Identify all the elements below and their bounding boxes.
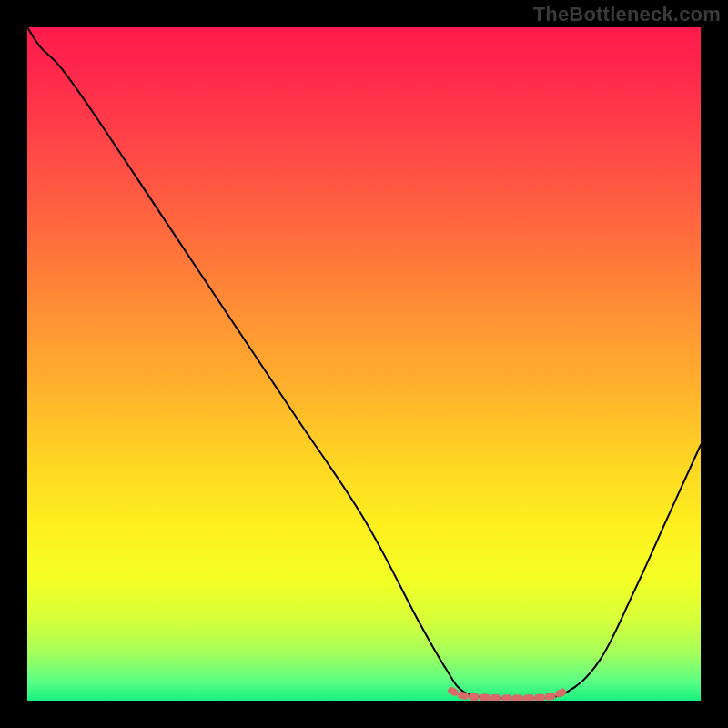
- plot-area: [27, 27, 701, 701]
- bottleneck-curve: [27, 27, 701, 699]
- watermark-text: TheBottleneck.com: [533, 3, 721, 26]
- curve-svg: [27, 27, 701, 701]
